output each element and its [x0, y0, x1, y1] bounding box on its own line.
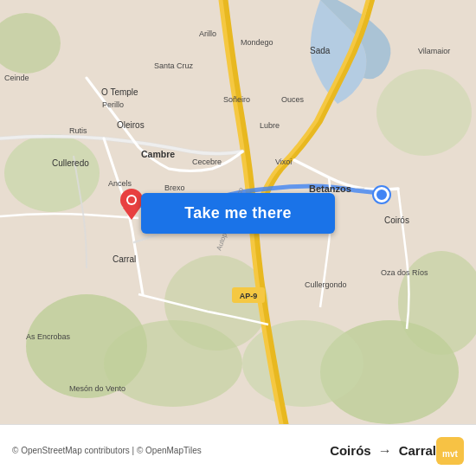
svg-text:Ancels: Ancels: [108, 179, 132, 188]
route-info: Coirós → Carral: [330, 443, 436, 459]
svg-marker-41: [123, 208, 140, 220]
svg-text:Arillo: Arillo: [199, 29, 216, 38]
svg-text:O Temple: O Temple: [101, 87, 138, 97]
svg-point-42: [128, 196, 135, 203]
svg-text:mvt: mvt: [442, 449, 458, 459]
map-container: O Temple Oleiros Cambre Culleredo Betanz…: [0, 0, 476, 424]
svg-text:Vixoi: Vixoi: [275, 158, 292, 166]
svg-text:Coirós: Coirós: [384, 215, 409, 225]
route-to-label: Carral: [399, 443, 436, 458]
origin-pin: [119, 189, 144, 220]
footer-left: © OpenStreetMap contributors | © OpenMap…: [12, 446, 330, 455]
svg-text:Oza dos Ríos: Oza dos Ríos: [381, 268, 428, 277]
route-arrow-icon: →: [378, 443, 392, 459]
svg-text:Sada: Sada: [310, 46, 331, 55]
svg-point-7: [376, 69, 472, 156]
svg-text:Vilamaior: Vilamaior: [418, 47, 450, 55]
svg-text:Perillo: Perillo: [102, 100, 124, 109]
svg-text:Brexo: Brexo: [164, 183, 185, 192]
footer: © OpenStreetMap contributors | © OpenMap…: [0, 424, 476, 476]
svg-text:Cecebre: Cecebre: [192, 158, 222, 166]
moovit-logo: mvt: [436, 437, 464, 465]
svg-text:As Encrobas: As Encrobas: [26, 332, 71, 341]
take-me-there-button[interactable]: Take me there: [141, 193, 335, 234]
svg-text:Culleredo: Culleredo: [52, 158, 89, 168]
svg-text:Oleiros: Oleiros: [117, 120, 145, 130]
svg-text:Ouces: Ouces: [281, 95, 305, 104]
svg-text:Mondego: Mondego: [241, 38, 273, 47]
copyright-text: © OpenStreetMap contributors | © OpenMap…: [12, 446, 202, 455]
svg-text:AP-9: AP-9: [240, 292, 258, 300]
svg-text:Cambre: Cambre: [141, 149, 175, 159]
svg-text:Cullergondo: Cullergondo: [305, 280, 347, 289]
take-me-there-label: Take me there: [184, 204, 292, 222]
route-from-label: Coirós: [330, 443, 371, 458]
svg-text:Soñeiro: Soñeiro: [223, 95, 250, 104]
svg-text:Santa Cruz: Santa Cruz: [154, 61, 194, 70]
svg-point-1: [4, 134, 100, 212]
svg-text:Carral: Carral: [113, 254, 136, 264]
svg-text:Rutis: Rutis: [69, 126, 87, 135]
svg-text:Ceinde: Ceinde: [4, 74, 29, 82]
destination-dot: [374, 187, 389, 203]
svg-text:Lubre: Lubre: [260, 121, 280, 130]
moovit-icon: mvt: [436, 437, 464, 465]
svg-text:Mesón do Vento: Mesón do Vento: [69, 384, 125, 393]
svg-point-6: [242, 320, 363, 407]
